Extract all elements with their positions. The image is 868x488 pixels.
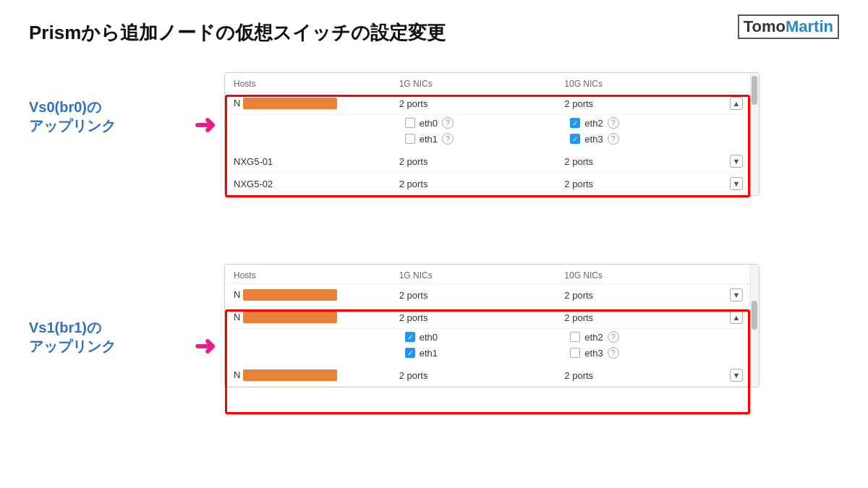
logo-martin: Martin xyxy=(786,17,833,35)
ports-10g-nxg5-02: 2 ports xyxy=(556,173,721,195)
b-nic-1g-eth0: eth0 xyxy=(391,329,556,346)
sub-host-cell xyxy=(225,115,391,132)
help-icon-eth2-10g[interactable]: ? xyxy=(608,117,619,129)
b-checkbox-eth2-10g[interactable] xyxy=(570,332,580,342)
nic-1g-eth0: eth0 ? xyxy=(391,115,556,132)
arrow-top: ➜ xyxy=(194,110,216,140)
checkbox-eth0-1g[interactable] xyxy=(405,118,415,128)
b-eth0-label: eth0 xyxy=(420,332,438,343)
scrollbar-thumb-top[interactable] xyxy=(752,76,757,105)
eth1-label: eth1 xyxy=(420,134,438,145)
top-panel: Hosts 1G NICs 10G NICs N 2 ports 2 ports xyxy=(224,72,760,196)
arrow-bottom: ➜ xyxy=(194,331,216,361)
scrollbar-bottom[interactable] xyxy=(750,265,759,387)
bottom-panel: Hosts 1G NICs 10G NICs N 2 ports 2 ports xyxy=(224,264,760,388)
b-nic-10g-eth3: eth3 ? xyxy=(556,345,721,364)
b-eth1-label: eth1 xyxy=(420,348,438,359)
b-help-icon-eth2[interactable]: ? xyxy=(608,331,619,343)
bottom-col-hosts: Hosts xyxy=(225,265,391,284)
help-icon-eth0-1g[interactable]: ? xyxy=(442,117,454,129)
ports-1g-cell: 2 ports xyxy=(391,93,556,115)
sub-host-cell2 xyxy=(225,131,391,150)
b-sub-host-2 xyxy=(225,345,391,364)
b-checkbox-eth1-1g[interactable] xyxy=(405,348,415,358)
table-row: eth0 ? eth2 ? xyxy=(225,115,759,132)
host-nxg5-02: NXG5-02 xyxy=(225,173,391,195)
host-cell: N xyxy=(225,93,391,115)
table-row: N 2 ports 2 ports xyxy=(225,307,759,329)
b-nic-10g-eth2: eth2 ? xyxy=(556,329,721,346)
ports-1g-nxg5-01: 2 ports xyxy=(391,150,556,173)
top-col-10g: 10G NICs xyxy=(556,73,721,93)
host-nxg5-01: NXG5-01 xyxy=(225,150,391,173)
vs0-label: Vs0(br0)のアップリンク xyxy=(29,98,116,135)
table-row: eth1 eth3 ? xyxy=(225,345,759,364)
ports-10g-nxg5-01: 2 ports xyxy=(556,150,721,173)
top-table: Hosts 1G NICs 10G NICs N 2 ports 2 ports xyxy=(225,73,759,195)
eth0-label: eth0 xyxy=(420,118,438,129)
nic-10g-eth3: eth3 ? xyxy=(556,131,721,150)
bottom-col-1g: 1G NICs xyxy=(391,265,556,284)
b-chevron-down-icon-1[interactable] xyxy=(730,288,743,301)
nic-10g-eth2: eth2 ? xyxy=(556,115,721,132)
b-nic-1g-eth1: eth1 xyxy=(391,345,556,364)
b-host-cell-3: N xyxy=(225,364,391,387)
scrollbar-top[interactable] xyxy=(750,73,759,195)
b-host-label-1: N xyxy=(234,289,240,300)
table-row: NXG5-02 2 ports 2 ports xyxy=(225,173,759,195)
chevron-down-icon[interactable] xyxy=(730,155,743,168)
b-eth3-label: eth3 xyxy=(584,348,603,359)
b-checkbox-eth3-10g[interactable] xyxy=(570,348,580,358)
b-ports-1g-2: 2 ports xyxy=(391,307,556,329)
b-help-icon-eth3[interactable]: ? xyxy=(608,347,619,359)
eth2-label: eth2 xyxy=(584,118,603,129)
table-row: eth1 ? eth3 ? xyxy=(225,131,759,150)
b-checkbox-eth0-1g[interactable] xyxy=(405,332,415,342)
checkbox-eth2-10g[interactable] xyxy=(570,118,580,128)
b-ports-10g-3: 2 ports xyxy=(556,364,721,387)
host-label: N xyxy=(234,98,240,108)
ports-1g-nxg5-02: 2 ports xyxy=(391,173,556,195)
b-host-bar-1 xyxy=(243,289,337,301)
chevron-down-icon-2[interactable] xyxy=(730,177,743,190)
table-row: N 2 ports 2 ports xyxy=(225,364,759,387)
b-chevron-up-icon-2[interactable] xyxy=(730,311,743,324)
page-title: Prismから追加ノードの仮想スイッチの設定変更 xyxy=(29,20,446,46)
logo-tomo: Tomo xyxy=(744,17,786,35)
bottom-col-10g: 10G NICs xyxy=(556,265,721,284)
b-host-label-2: N xyxy=(234,312,240,322)
host-bar xyxy=(243,98,337,109)
b-ports-10g-2: 2 ports xyxy=(556,307,721,329)
scrollbar-thumb-bottom[interactable] xyxy=(752,301,757,330)
top-col-1g: 1G NICs xyxy=(391,73,556,93)
b-host-label-3: N xyxy=(234,369,240,380)
vs1-label: Vs1(br1)のアップリンク xyxy=(29,318,116,356)
b-host-bar-3 xyxy=(243,369,337,381)
b-ports-10g-1: 2 ports xyxy=(556,284,721,307)
eth3-label: eth3 xyxy=(584,134,603,145)
checkbox-eth3-10g[interactable] xyxy=(570,134,580,144)
b-host-bar-2 xyxy=(243,312,337,323)
chevron-up-icon[interactable] xyxy=(730,97,743,110)
b-host-cell-2: N xyxy=(225,307,391,329)
help-icon-eth1-1g[interactable]: ? xyxy=(442,133,454,145)
b-ports-1g-1: 2 ports xyxy=(391,284,556,307)
ports-10g-cell: 2 ports xyxy=(556,93,721,115)
top-col-hosts: Hosts xyxy=(225,73,391,93)
nic-1g-eth1: eth1 ? xyxy=(391,131,556,150)
table-row: N 2 ports 2 ports xyxy=(225,284,759,307)
table-row: eth0 eth2 ? xyxy=(225,329,759,346)
b-chevron-down-icon-3[interactable] xyxy=(730,369,743,382)
bottom-table: Hosts 1G NICs 10G NICs N 2 ports 2 ports xyxy=(225,265,759,387)
table-row: N 2 ports 2 ports xyxy=(225,93,759,115)
table-row: NXG5-01 2 ports 2 ports xyxy=(225,150,759,173)
logo: TomoMartin xyxy=(738,14,839,39)
b-sub-host-1 xyxy=(225,329,391,346)
b-host-cell-1: N xyxy=(225,284,391,307)
b-ports-1g-3: 2 ports xyxy=(391,364,556,387)
checkbox-eth1-1g[interactable] xyxy=(405,134,415,144)
help-icon-eth3-10g[interactable]: ? xyxy=(608,133,619,145)
b-eth2-label: eth2 xyxy=(584,332,603,343)
